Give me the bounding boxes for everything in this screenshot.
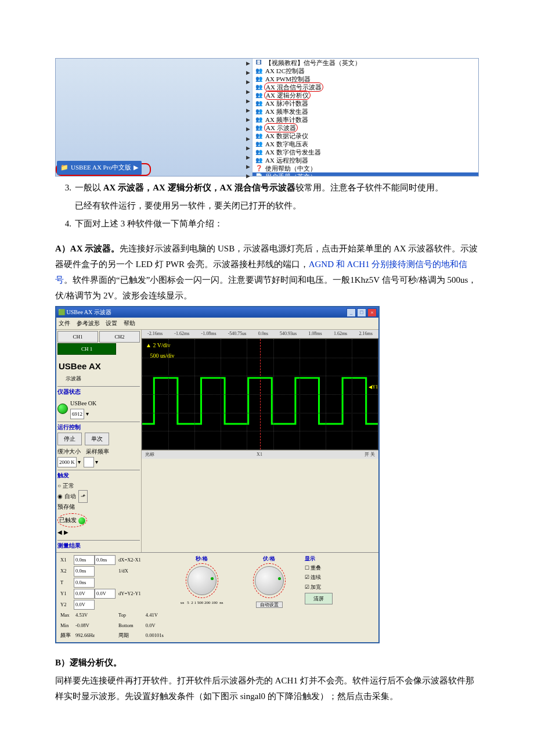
submenu-item[interactable]: 👥AX 逻辑分析仪	[252, 91, 478, 99]
time-tick: 0.0ns	[258, 330, 268, 338]
ch1-button[interactable]: CH1	[57, 331, 98, 343]
app-icon: 👥	[255, 148, 263, 156]
volt-per-div-knob[interactable]	[255, 566, 284, 595]
opt-overlap[interactable]: ☐ 重叠	[305, 563, 333, 573]
menu-refwave[interactable]: 参考波形	[77, 320, 100, 326]
window-title: USBee AX 示波器	[67, 309, 111, 315]
opt-continuous[interactable]: ☑ 连续	[305, 573, 333, 582]
app-icon: 👥	[255, 124, 263, 132]
trig-auto[interactable]: ◉ 自动	[57, 493, 76, 499]
menu-settings[interactable]: 设置	[106, 320, 117, 326]
time-tick: 1.08ms	[308, 330, 322, 338]
opt-widen[interactable]: ☑ 加宽	[305, 582, 333, 592]
menu-help[interactable]: 帮助	[124, 320, 135, 326]
app-icon: 🟩	[58, 309, 65, 315]
sec-knob-ring	[186, 563, 218, 598]
submenu-item[interactable]: 👥AX I2C控制器	[252, 67, 478, 75]
maximize-button[interactable]: □	[357, 308, 366, 317]
submenu-item-label: AX 频率发生器	[265, 107, 308, 116]
ch2-button[interactable]: CH2	[99, 331, 140, 343]
submenu-item-label: AX 数据记录仪	[265, 132, 308, 140]
buffer-select[interactable]: 2000 K	[57, 457, 77, 467]
submenu-item-label: 使用帮助（中文）	[265, 164, 316, 172]
submenu-item-label: AX PWM控制器	[265, 75, 311, 83]
submenu-item[interactable]: 👥AX 示波器	[252, 124, 478, 132]
submenu-item[interactable]: 👥AX 频率发生器	[252, 107, 478, 116]
cursor-mid: X1	[257, 451, 262, 459]
volt-per-div-panel: 伏/格 自动设置	[237, 554, 301, 641]
section-a-heading: A）AX 示波器。	[55, 244, 120, 253]
sec-per-div-knob[interactable]	[187, 566, 217, 595]
list-item-4: 4. 下面对上述 3 种软件做一下简单介绍：	[55, 216, 479, 232]
status-led-icon	[57, 404, 68, 414]
app-icon: 👥	[255, 156, 263, 164]
auto-set-button[interactable]: 自动设置	[256, 602, 283, 608]
waveform-plot[interactable]: ▲ 2 V/div 500 us/div ◀Y1	[142, 339, 378, 450]
group-measure: 测量结果	[57, 540, 140, 551]
submenu-item[interactable]: 🎞【视频教程】信号产生器（英文）	[252, 59, 478, 67]
submenu-item[interactable]: ❓使用帮助（中文）	[252, 164, 478, 172]
scope-bottom-panels: X10.0ns0.0nsdX=X2-X1 X20.0ns1/dX T0.0ns …	[56, 552, 378, 642]
scope-main: -2.16ms-1.62ms-1.08ms-540.75us0.0ns540.9…	[142, 330, 378, 552]
submenu-item[interactable]: 👥AX 频率计数器	[252, 116, 478, 124]
submenu-item[interactable]: 👥AX 数字信号发生器	[252, 148, 478, 156]
single-button[interactable]: 单次	[85, 433, 109, 445]
clear-screen-button[interactable]: 清屏	[305, 593, 333, 604]
device-id[interactable]: 6912	[70, 409, 84, 419]
triggered-label: 已触发	[59, 517, 77, 523]
app-icon: 👥	[255, 67, 263, 75]
app-icon: 👥	[255, 132, 263, 140]
submenu-item[interactable]: 📄用户手册（英文）	[252, 172, 478, 176]
trig-edge-button[interactable]: ⬏	[78, 490, 88, 503]
section-a: A）AX 示波器。先连接好示波器到电脑的 USB，示波器电源灯亮后，点击开始菜单…	[55, 241, 479, 304]
submenu-item-label: AX 示波器	[264, 123, 298, 132]
logo-text: USBee AX	[59, 358, 140, 374]
submenu-item-label: AX 频率计数器	[265, 116, 308, 124]
submenu-caret-column: ▶▶▶▶▶▶ ▶▶▶▶▶▶▶	[246, 59, 251, 176]
cursor-bar: 光标 X1 开 关	[142, 450, 378, 459]
vdiv-label: 2 V/div	[153, 342, 170, 348]
measurement-table: X10.0ns0.0nsdX=X2-X1 X20.0ns1/dX T0.0ns …	[57, 554, 167, 641]
display-panel: 显示 ☐ 重叠 ☑ 连续 ☑ 加宽 清屏	[305, 554, 333, 641]
window-titlebar[interactable]: 🟩 USBee AX 示波器 _ □ ×	[56, 307, 378, 318]
program-folder-usbee[interactable]: 📁 USBEE AX Pro中文版 ▶	[57, 161, 142, 175]
triggered-indicator-ring: 已触发	[57, 513, 87, 527]
list-number: 3.	[55, 180, 75, 196]
submenu-item[interactable]: 👥AX PWM控制器	[252, 75, 478, 83]
submenu-item-label: AX 数字电压表	[265, 140, 308, 148]
sample-select[interactable]	[84, 457, 93, 467]
submenu-item[interactable]: 👥AX 数据记录仪	[252, 132, 478, 140]
close-button[interactable]: ×	[367, 308, 377, 317]
submenu-item[interactable]: 👥AX 远程控制器	[252, 156, 478, 164]
minimize-button[interactable]: _	[347, 308, 356, 317]
video-icon: 🎞	[255, 59, 263, 67]
start-menu-submenu: 🎞【视频教程】信号产生器（英文）👥AX I2C控制器👥AX PWM控制器👥AX …	[252, 59, 478, 176]
side-panel: CH1 CH2 CH 1 USBee AX 示波器 仪器状态 USBee OK …	[56, 330, 142, 552]
trig-normal[interactable]: ○ 正常	[57, 483, 74, 489]
menu-file[interactable]: 文件	[59, 320, 70, 326]
start-menu-screenshot: ▶▶▶▶▶▶ ▶▶▶▶▶▶▶ 📁 USBEE AX Pro中文版 ▶ 🎞【视频教…	[55, 58, 479, 177]
cursor-left: 光标	[145, 451, 154, 459]
submenu-item-label: AX 脉冲计数器	[265, 99, 308, 107]
section-b-body: 同样要先连接硬件再打开软件。打开软件后示波器外壳的 ACH1 灯并不会亮。软件运…	[55, 673, 479, 704]
group-trigger: 触发	[57, 470, 140, 481]
submenu-item[interactable]: 👥AX 脉冲计数器	[252, 99, 478, 107]
help-icon: ❓	[255, 164, 263, 172]
stop-button[interactable]: 停止	[57, 433, 82, 445]
submenu-item-label: 用户手册（英文）	[265, 172, 316, 176]
app-icon: 👥	[255, 140, 263, 148]
submenu-item[interactable]: 👥AX 数字电压表	[252, 140, 478, 148]
status-text: USBee OK	[70, 400, 96, 406]
time-tick: -1.08ms	[201, 330, 217, 338]
sample-label: 采样频率	[86, 448, 109, 455]
triggered-led-icon	[78, 517, 85, 524]
folder-icon: 📁	[60, 162, 68, 174]
ch1-active[interactable]: CH 1	[57, 343, 116, 355]
list-number: 4.	[55, 216, 75, 232]
submenu-item[interactable]: 👥AX 混合信号示波器	[252, 83, 478, 91]
time-axis: -2.16ms-1.62ms-1.08ms-540.75us0.0ns540.9…	[142, 330, 378, 339]
oscilloscope-window: 🟩 USBee AX 示波器 _ □ × 文件 参考波形 设置 帮助 CH1 C…	[55, 306, 380, 643]
cursor-right[interactable]: 开 关	[365, 451, 375, 459]
menubar[interactable]: 文件 参考波形 设置 帮助	[56, 318, 378, 330]
group-status: 仪器状态	[57, 386, 140, 397]
